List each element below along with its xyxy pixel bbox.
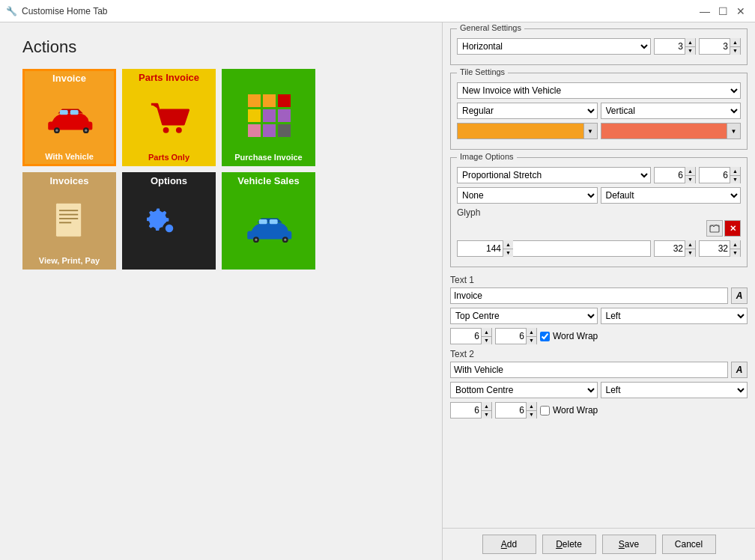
glyph-down[interactable]: ▼ [503, 249, 513, 258]
tile-invoice-vehicle[interactable]: Invoice [22, 69, 116, 166]
text2-input[interactable] [450, 362, 728, 378]
text1-align-dropdown[interactable]: Left Centre Right [601, 308, 748, 324]
tile-size-dropdown[interactable]: Regular Large Small [457, 103, 598, 119]
text2-align-dropdown[interactable]: Left Centre Right [601, 382, 748, 398]
glyph-spinner-row: ▲ ▼ ▲ ▼ [457, 240, 741, 257]
tile-vehicle-sales[interactable]: Vehicle Sales [222, 172, 315, 270]
tile6-icon [243, 188, 295, 268]
svg-rect-12 [248, 109, 261, 122]
stretch-dropdown[interactable]: Proportional Stretch Stretch None Center [457, 167, 651, 183]
tile-parts-invoice[interactable]: Parts Invoice Parts Only [122, 69, 216, 166]
text2-row-down[interactable]: ▼ [526, 411, 536, 419]
glyph-num-spinner[interactable]: ▲ ▼ [457, 240, 651, 257]
tile1-top-label: Invoice [49, 71, 89, 85]
img-col-spinner[interactable]: ▲ ▼ [654, 167, 696, 183]
text1-wordwrap-checkbox[interactable] [540, 332, 550, 341]
glyph-col-down[interactable]: ▼ [685, 249, 695, 258]
color2-btn[interactable]: ▼ [601, 123, 742, 139]
tile-options[interactable]: Options [122, 172, 216, 270]
glyph-row-spinner[interactable]: ▲ ▼ [699, 240, 741, 257]
cancel-button[interactable]: Cancel [662, 535, 716, 554]
text2-col-down[interactable]: ▼ [481, 411, 491, 419]
glyph-up[interactable]: ▲ [503, 240, 513, 249]
text1-row-down[interactable]: ▼ [526, 337, 536, 345]
text1-col-up[interactable]: ▲ [481, 328, 491, 337]
text1-col-input[interactable] [451, 329, 481, 344]
img-col-input[interactable] [655, 168, 685, 183]
close-button[interactable]: ✕ [733, 3, 749, 19]
tile3-bottom-label: Purchase Invoice [234, 153, 303, 165]
color2-dropdown-icon[interactable]: ▼ [727, 124, 740, 139]
row-input[interactable] [700, 39, 730, 54]
svg-rect-17 [278, 124, 291, 137]
color1-btn[interactable]: ▼ [457, 123, 598, 139]
default-dropdown[interactable]: Default Custom [601, 187, 742, 204]
row-up[interactable]: ▲ [730, 38, 740, 47]
text1-format-button[interactable]: A [731, 287, 748, 304]
text2-wordwrap-checkbox[interactable] [540, 406, 550, 416]
col-up[interactable]: ▲ [685, 38, 695, 47]
color1-dropdown-icon[interactable]: ▼ [583, 124, 597, 139]
text1-section: Text 1 A Top Centre Top Left Top Right M… [450, 275, 748, 344]
tile3-icon [246, 78, 291, 153]
tile2-top-label: Parts Invoice [136, 70, 202, 85]
text2-col-up[interactable]: ▲ [481, 402, 491, 411]
restore-button[interactable]: ☐ [715, 3, 731, 19]
tile-purchase-invoice[interactable]: Purchase Invoice [222, 69, 315, 166]
glyph-row-down[interactable]: ▼ [730, 249, 740, 258]
img-row-down[interactable]: ▼ [730, 176, 740, 184]
svg-rect-20 [59, 214, 78, 216]
glyph-col-up[interactable]: ▲ [685, 240, 695, 249]
img-col-up[interactable]: ▲ [685, 167, 695, 176]
text1-col-down[interactable]: ▼ [481, 337, 491, 345]
tile-invoices[interactable]: Invoices View, Print, Pay [22, 172, 116, 270]
tile2-bottom-label: Parts Only [148, 153, 189, 165]
text2-row-up[interactable]: ▲ [526, 402, 536, 411]
text2-row-spinner[interactable]: ▲ ▼ [495, 402, 537, 419]
tile4-top-label: Invoices [46, 174, 91, 188]
glyph-file-button[interactable] [706, 220, 723, 237]
text2-position-row: Bottom Centre Top Centre Middle Centre L… [450, 382, 748, 398]
img-row-spinner[interactable]: ▲ ▼ [699, 167, 741, 183]
glyph-num-input[interactable] [458, 241, 503, 256]
text2-position-dropdown[interactable]: Bottom Centre Top Centre Middle Centre [450, 382, 598, 398]
glyph-row-input[interactable] [700, 241, 730, 256]
text1-input[interactable] [450, 287, 728, 304]
glyph-row-up[interactable]: ▲ [730, 240, 740, 249]
svg-rect-19 [59, 210, 78, 211]
text1-row-spinner[interactable]: ▲ ▼ [495, 328, 537, 344]
col-down[interactable]: ▼ [685, 47, 695, 55]
text1-col-spinner[interactable]: ▲ ▼ [450, 328, 492, 344]
text1-position-dropdown[interactable]: Top Centre Top Left Top Right Middle Cen… [450, 308, 598, 324]
tile5-icon [147, 188, 192, 268]
text1-row-input[interactable] [496, 329, 526, 344]
save-button[interactable]: Save [602, 535, 656, 554]
row-down[interactable]: ▼ [730, 47, 740, 55]
row-spinner[interactable]: ▲ ▼ [699, 38, 741, 55]
svg-rect-26 [269, 219, 277, 223]
image-options-group: Image Options Proportional Stretch Stret… [450, 157, 748, 267]
add-button[interactable]: Add [482, 535, 536, 554]
text1-row-up[interactable]: ▲ [526, 328, 536, 337]
img-col-down[interactable]: ▼ [685, 176, 695, 184]
minimize-button[interactable]: — [697, 3, 713, 19]
text2-col-input[interactable] [451, 403, 481, 418]
tile6-top-label: Vehicle Sales [234, 174, 302, 188]
col-spinner[interactable]: ▲ ▼ [654, 38, 696, 55]
layout-dropdown[interactable]: Horizontal Vertical [457, 38, 651, 55]
glyph-col-input[interactable] [655, 241, 685, 256]
col-input[interactable] [655, 39, 685, 54]
glyph-clear-button[interactable]: ✕ [724, 220, 741, 237]
color2-swatch [601, 124, 727, 139]
text2-format-button[interactable]: A [731, 362, 748, 378]
glyph-col-spinner[interactable]: ▲ ▼ [654, 240, 696, 257]
img-row-input[interactable] [700, 168, 730, 183]
delete-button[interactable]: Delete [542, 535, 596, 554]
tile-select-dropdown[interactable]: New Invoice with Vehicle Parts Invoice P… [457, 82, 741, 99]
text2-row-input[interactable] [496, 403, 526, 418]
glyph-row: ✕ [457, 220, 741, 237]
none-dropdown[interactable]: None Grayscale Invert [457, 187, 598, 204]
tile-layout-dropdown[interactable]: Vertical Horizontal [601, 103, 742, 119]
img-row-up[interactable]: ▲ [730, 167, 740, 176]
text2-col-spinner[interactable]: ▲ ▼ [450, 402, 492, 419]
